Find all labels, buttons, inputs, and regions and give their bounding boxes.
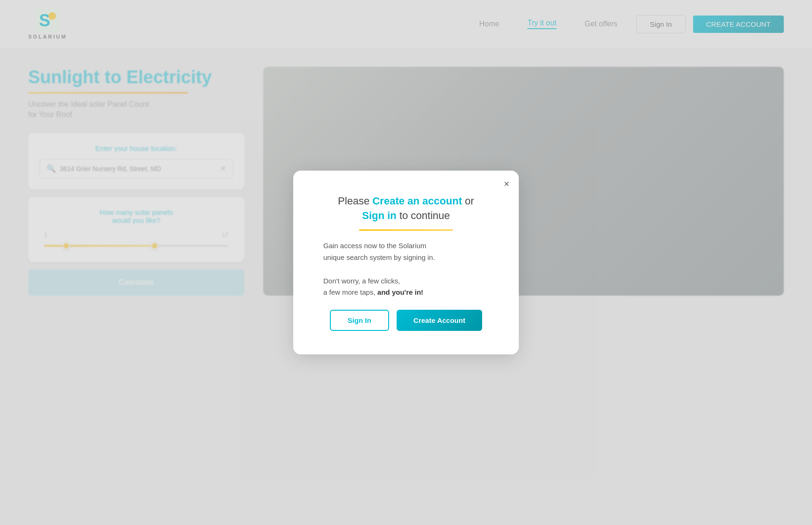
modal-overlay: × Please Create an account or Sign in to…	[0, 0, 812, 525]
modal-divider	[359, 229, 453, 231]
modal-body-line1: Gain access now to the Solariumunique se…	[323, 240, 489, 264]
modal-title-highlight: Create an account	[372, 195, 462, 207]
modal-close-button[interactable]: ×	[504, 179, 509, 188]
modal-title-signin: Sign in	[362, 210, 396, 221]
modal-body-line2: Don't worry, a few clicks,a few more tap…	[323, 275, 489, 299]
modal-actions: Sign In Create Account	[321, 310, 491, 331]
modal-title-middle: or	[462, 195, 474, 207]
modal-body-bold: and you're in!	[377, 288, 423, 296]
modal-signin-button[interactable]: Sign In	[330, 310, 389, 331]
modal-create-button[interactable]: Create Account	[397, 310, 482, 331]
modal-title: Please Create an account or Sign in to c…	[321, 194, 491, 223]
modal-body: Gain access now to the Solariumunique se…	[321, 240, 491, 298]
auth-modal: × Please Create an account or Sign in to…	[293, 171, 519, 354]
modal-title-prefix: Please	[338, 195, 372, 207]
modal-title-suffix: to continue	[397, 210, 450, 221]
